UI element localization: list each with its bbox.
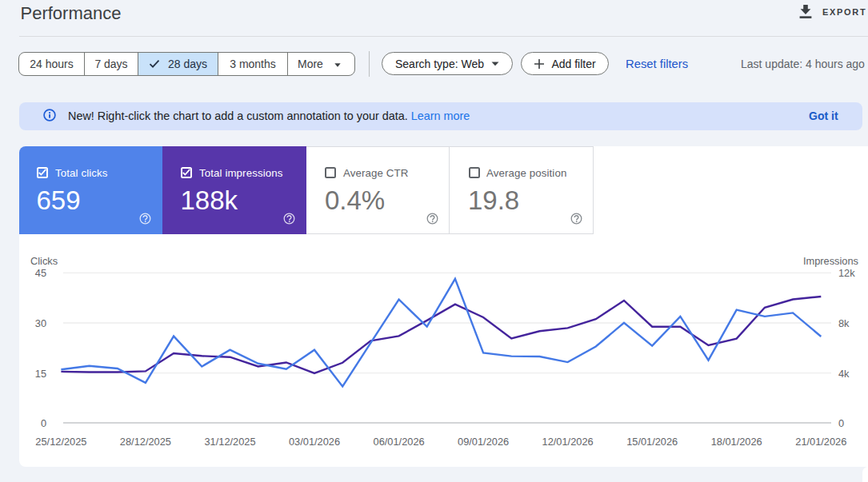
svg-text:12/01/2026: 12/01/2026 (542, 436, 594, 448)
svg-text:4k: 4k (838, 368, 850, 380)
svg-text:09/01/2026: 09/01/2026 (458, 436, 509, 448)
svg-text:12k: 12k (838, 267, 855, 279)
svg-text:25/12/2025: 25/12/2025 (35, 436, 86, 448)
svg-text:45: 45 (35, 267, 46, 279)
svg-text:06/01/2026: 06/01/2026 (374, 436, 425, 448)
svg-text:0: 0 (41, 417, 46, 429)
svg-text:Clicks: Clicks (30, 255, 58, 267)
svg-text:15/01/2026: 15/01/2026 (626, 436, 678, 448)
svg-text:30: 30 (35, 317, 46, 329)
svg-text:31/12/2025: 31/12/2025 (204, 436, 255, 448)
svg-text:21/01/2026: 21/01/2026 (795, 436, 846, 448)
svg-text:0: 0 (838, 417, 844, 429)
svg-text:28/12/2025: 28/12/2025 (120, 436, 171, 448)
svg-text:03/01/2026: 03/01/2026 (289, 436, 340, 448)
svg-text:8k: 8k (838, 317, 850, 329)
svg-text:15: 15 (35, 368, 46, 380)
svg-text:18/01/2026: 18/01/2026 (711, 436, 762, 448)
svg-text:Impressions: Impressions (803, 255, 858, 267)
